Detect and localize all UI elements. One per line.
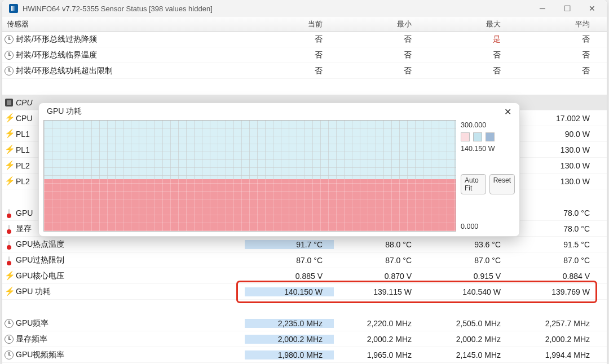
sensor-row[interactable]: GPU视频频率1,980.0 MHz1,965.0 MHz2,145.0 MHz… <box>2 347 607 363</box>
clock-icon <box>5 66 14 76</box>
graph-popup: GPU 功耗 ✕ 300.000 140.150 W Auto Fit Rese… <box>38 103 520 237</box>
swatch-3[interactable] <box>486 132 495 141</box>
val-current: 0.885 V <box>245 272 334 281</box>
val-avg: 否 <box>512 50 601 60</box>
val-avg: 否 <box>512 34 601 45</box>
y-max-label: 300.000 <box>461 120 515 129</box>
sensor-row[interactable]: 封装/环形总线功耗超出限制否否否否 <box>2 63 607 79</box>
val-max: 0.915 V <box>423 272 512 281</box>
popup-close-button[interactable]: ✕ <box>499 104 516 119</box>
val-current: 2,000.2 MHz <box>245 335 334 344</box>
window-title: HWiNFO64 v7.72-5355 Sensor Status [398 v… <box>23 5 530 13</box>
clock-icon <box>5 335 14 344</box>
val-current: 1,980.0 MHz <box>245 350 334 359</box>
bolt-icon: ⚡ <box>5 272 14 281</box>
val-max: 否 <box>423 66 512 76</box>
col-current[interactable]: 当前 <box>245 17 334 31</box>
val-min: 139.115 W <box>334 287 423 296</box>
val-max: 2,145.0 MHz <box>423 350 512 359</box>
app-icon <box>9 4 18 13</box>
sensor-name: PL2 <box>16 177 30 186</box>
sensor-name: 显存频率 <box>16 334 47 344</box>
sensor-row[interactable]: GPU频率2,235.0 MHz2,220.0 MHz2,505.0 MHz2,… <box>2 316 607 331</box>
sensor-row[interactable]: ⚡GPU核心电压0.885 V0.870 V0.915 V0.884 V <box>2 268 607 284</box>
clock-icon <box>5 51 14 60</box>
sensor-row[interactable]: 封装/环形总线过热降频否否是否 <box>2 32 607 47</box>
sensor-name: 封装/环形总线过热降频 <box>16 34 97 45</box>
sensor-name: 显存 <box>16 224 32 234</box>
reset-button[interactable]: Reset <box>489 174 515 194</box>
autofit-button[interactable]: Auto Fit <box>461 174 486 194</box>
sensor-name: PL2 <box>16 161 30 170</box>
popup-titlebar[interactable]: GPU 功耗 ✕ <box>39 103 519 120</box>
sensor-row[interactable]: 显存频率2,000.2 MHz2,000.2 MHz2,000.2 MHz2,0… <box>2 331 607 347</box>
bolt-icon: ⚡ <box>5 161 14 170</box>
sensor-name: GPU频率 <box>16 318 48 329</box>
close-button[interactable]: ✕ <box>580 1 604 16</box>
y-min-label: 0.000 <box>461 223 515 232</box>
sensor-name: GPU过热限制 <box>16 255 64 265</box>
bolt-icon: ⚡ <box>5 130 14 139</box>
val-avg: 130.0 W <box>512 145 601 154</box>
sensor-row[interactable]: ⚡GPU 功耗140.150 W139.115 W140.540 W139.76… <box>2 284 607 300</box>
val-max: 是 <box>423 34 512 45</box>
val-max: 否 <box>423 50 512 60</box>
bolt-icon: ⚡ <box>5 114 14 123</box>
maximize-button[interactable]: ☐ <box>555 1 580 16</box>
col-sensor[interactable]: 传感器 <box>2 17 245 31</box>
therm-icon <box>5 256 14 265</box>
sensor-name: PL1 <box>16 145 30 154</box>
sensor-name: GPU热点温度 <box>16 239 64 250</box>
val-avg: 17.002 W <box>512 114 601 123</box>
val-max: 93.6 °C <box>423 240 512 249</box>
sensor-name: GPU视频频率 <box>16 350 64 360</box>
bolt-icon: ⚡ <box>5 177 14 186</box>
val-min: 2,220.0 MHz <box>334 319 423 328</box>
val-avg: 否 <box>512 66 601 76</box>
val-current: 87.0 °C <box>245 256 334 265</box>
clock-icon <box>5 350 14 359</box>
sensor-name: GPU核心电压 <box>16 271 64 281</box>
legend-swatches <box>461 132 515 141</box>
sensor-name: 封装/环形总线功耗超出限制 <box>16 66 113 76</box>
val-max: 140.540 W <box>423 287 512 296</box>
val-avg: 130.0 W <box>512 177 601 186</box>
val-min: 88.0 °C <box>334 240 423 249</box>
val-avg: 87.0 °C <box>512 256 601 265</box>
graph-area[interactable] <box>43 120 456 232</box>
sensor-name: PL1 <box>16 130 30 139</box>
swatch-1[interactable] <box>461 132 470 141</box>
sensor-row[interactable]: GPU过热限制87.0 °C87.0 °C87.0 °C87.0 °C <box>2 252 607 268</box>
chip-icon <box>5 99 13 106</box>
val-avg: 78.0 °C <box>512 208 601 217</box>
val-avg: 2,257.7 MHz <box>512 319 601 328</box>
col-min[interactable]: 最小 <box>334 17 423 31</box>
val-avg: 139.769 W <box>512 287 601 296</box>
val-min: 否 <box>334 66 423 76</box>
sensor-name: CPU <box>16 114 33 123</box>
val-avg: 130.0 W <box>512 161 601 170</box>
sensor-row[interactable]: 封装/环形总线临界温度否否否否 <box>2 47 607 63</box>
graph-fill <box>44 179 456 231</box>
graph-sidebar: 300.000 140.150 W Auto Fit Reset 0.000 <box>461 120 515 232</box>
val-current: 140.150 W <box>245 287 334 296</box>
val-min: 0.870 V <box>334 272 423 281</box>
val-min: 1,965.0 MHz <box>334 350 423 359</box>
val-max: 87.0 °C <box>423 256 512 265</box>
col-max[interactable]: 最大 <box>423 17 512 31</box>
val-current: 否 <box>245 66 334 76</box>
minimize-button[interactable]: ─ <box>530 1 555 16</box>
col-avg[interactable]: 平均 <box>512 17 601 31</box>
sensor-row[interactable]: GPU热点温度91.7 °C88.0 °C93.6 °C91.5 °C <box>2 237 607 252</box>
val-current: 91.7 °C <box>245 240 334 249</box>
y-current-label: 140.150 W <box>461 145 515 153</box>
val-avg: 0.884 V <box>512 272 601 281</box>
val-min: 否 <box>334 34 423 45</box>
val-avg: 2,000.2 MHz <box>512 335 601 344</box>
val-avg: 91.5 °C <box>512 240 601 249</box>
sensor-name: GPU 功耗 <box>16 287 51 297</box>
popup-title: GPU 功耗 <box>47 106 499 117</box>
bolt-icon: ⚡ <box>5 145 14 154</box>
val-avg: 1,994.4 MHz <box>512 350 601 359</box>
swatch-2[interactable] <box>473 132 482 141</box>
